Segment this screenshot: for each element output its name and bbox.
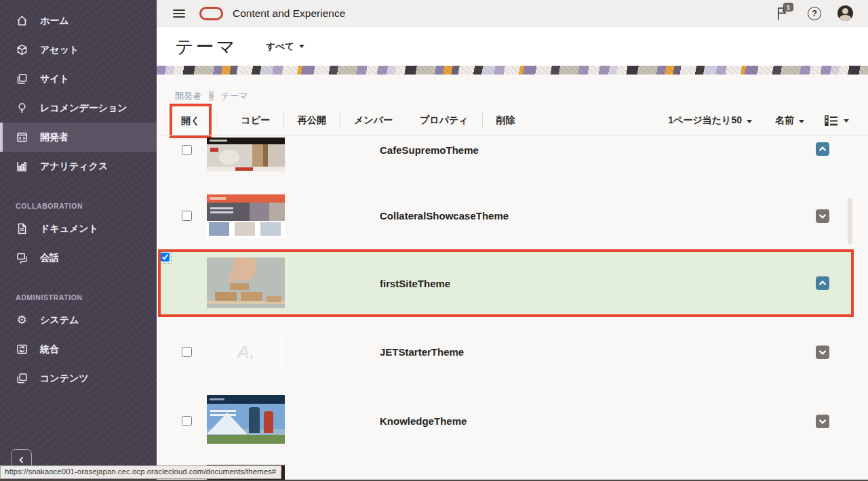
- lightbulb-icon: [15, 102, 28, 115]
- highlight-box-open: 開く: [170, 104, 212, 138]
- gear-icon: ⚙: [15, 314, 28, 327]
- layers-icon: [15, 372, 28, 385]
- theme-thumbnail: [207, 395, 285, 444]
- chevron-down-icon: [799, 120, 804, 123]
- row-checkbox[interactable]: [182, 416, 192, 426]
- app-title: Content and Experience: [233, 7, 345, 20]
- delete-button[interactable]: 削除: [496, 114, 515, 127]
- theme-row-cafesupremo[interactable]: CafeSupremoTheme: [157, 135, 868, 182]
- theme-name: CollateralShowcaseTheme: [380, 210, 509, 222]
- sidebar-item-analytics[interactable]: アナリティクス: [0, 152, 157, 181]
- theme-row-jetstarter[interactable]: A, JETStarterTheme: [157, 317, 868, 386]
- row-checkbox[interactable]: [182, 211, 192, 221]
- chevron-down-button[interactable]: [816, 415, 829, 428]
- filter-dropdown[interactable]: すべて: [266, 41, 304, 53]
- page-title: テーマ: [175, 35, 237, 59]
- section-collaboration: COLLABORATION: [16, 202, 157, 210]
- status-url-tooltip: https://snakaoce001-orasejapan.cec.ocp.o…: [0, 465, 281, 479]
- sidebar-item-label: ホーム: [40, 15, 69, 27]
- row-checkbox[interactable]: [161, 253, 170, 262]
- home-icon: [15, 14, 28, 28]
- sidebar-item-documents[interactable]: ドキュメント: [0, 214, 157, 243]
- theme-thumbnail: [207, 138, 285, 171]
- toolbar-divider: [340, 113, 340, 128]
- sidebar: ホーム アセット サイト レコメンデーション 開発者: [0, 0, 157, 481]
- theme-name: CafeSupremoTheme: [380, 144, 479, 156]
- sidebar-item-label: コンテンツ: [40, 373, 89, 385]
- sidebar-item-integration[interactable]: 統合: [0, 335, 157, 364]
- sidebar-item-recommendations[interactable]: レコメンデーション: [0, 93, 157, 123]
- oracle-logo-icon: [199, 7, 223, 20]
- notification-badge: 1: [783, 3, 793, 12]
- theme-thumbnail: [207, 257, 285, 308]
- sidebar-item-assets[interactable]: アセット: [0, 35, 157, 64]
- sidebar-item-label: システム: [40, 314, 79, 327]
- pages-icon: [15, 72, 28, 86]
- cube-icon: [15, 43, 28, 57]
- row-checkbox[interactable]: [182, 145, 192, 155]
- breadcrumb-link-developer[interactable]: 開発者: [175, 91, 201, 101]
- chevron-down-icon: [747, 120, 752, 123]
- chevron-down-button[interactable]: [816, 209, 829, 223]
- sidebar-item-label: サイト: [40, 73, 69, 85]
- help-icon[interactable]: ?: [808, 7, 821, 20]
- toolbar: 開く コピー 再公開 メンバー プロパティ 削除 1ページ当たり50 名前: [170, 104, 849, 138]
- sidebar-item-conversations[interactable]: 会話: [0, 243, 157, 272]
- code-window-icon: [15, 131, 28, 144]
- sidebar-item-content[interactable]: コンテンツ: [0, 364, 157, 393]
- section-administration: ADMINISTRATION: [16, 293, 157, 301]
- chevron-down-icon: [299, 45, 304, 48]
- theme-thumbnail-placeholder: A,: [207, 330, 285, 374]
- document-icon: [15, 222, 28, 236]
- sidebar-item-system[interactable]: ⚙ システム: [0, 306, 157, 335]
- theme-row-collateralshowcase[interactable]: CollateralShowcaseTheme: [157, 182, 868, 249]
- breadcrumb-separator: >: [209, 91, 214, 101]
- breadcrumb-current: テーマ: [221, 91, 248, 101]
- sidebar-item-label: アナリティクス: [40, 161, 108, 173]
- republish-button[interactable]: 再公開: [298, 114, 326, 127]
- theme-row-knowledge[interactable]: KnowledgeTheme: [157, 386, 868, 455]
- scrollbar-thumb[interactable]: [848, 198, 852, 244]
- page-title-bar: テーマ すべて: [157, 27, 868, 66]
- page-size-dropdown[interactable]: 1ページ当たり50: [668, 114, 752, 127]
- theme-row-firstsite-selected[interactable]: firstSiteTheme: [158, 249, 854, 317]
- sidebar-item-label: 会話: [40, 252, 59, 264]
- chevron-up-button[interactable]: [816, 142, 829, 156]
- open-button[interactable]: 開く: [181, 115, 200, 127]
- chevron-up-button[interactable]: [816, 276, 829, 290]
- theme-name: KnowledgeTheme: [380, 415, 467, 427]
- decorative-banner: [157, 66, 868, 75]
- row-checkbox[interactable]: [182, 347, 192, 357]
- sidebar-item-developer[interactable]: 開発者: [0, 123, 157, 152]
- sidebar-item-label: ドキュメント: [40, 223, 98, 235]
- sidebar-item-label: アセット: [40, 44, 79, 56]
- sort-dropdown[interactable]: 名前: [775, 114, 804, 127]
- properties-button[interactable]: プロパティ: [420, 114, 469, 127]
- content-area: 開発者 > テーマ 開く コピー 再公開 メンバー プロパティ 削除 1ページ当…: [157, 75, 868, 481]
- notifications-flag-icon[interactable]: 1: [775, 5, 791, 22]
- theme-name: firstSiteTheme: [380, 278, 450, 289]
- theme-name: JETStarterTheme: [380, 346, 464, 358]
- sidebar-item-label: 開発者: [40, 131, 68, 144]
- theme-thumbnail: [207, 194, 285, 238]
- sidebar-item-label: 統合: [40, 343, 59, 356]
- breadcrumb: 開発者 > テーマ: [175, 90, 248, 102]
- sidebar-item-sites[interactable]: サイト: [0, 64, 157, 93]
- list-view-icon: [825, 115, 839, 126]
- chevron-down-icon: [844, 119, 849, 123]
- copy-button[interactable]: コピー: [241, 114, 270, 127]
- app-header: Content and Experience 1 ?: [157, 0, 868, 27]
- avatar[interactable]: [837, 5, 853, 21]
- menu-icon[interactable]: [173, 7, 185, 20]
- chevron-down-button[interactable]: [816, 346, 829, 359]
- integration-icon: [15, 343, 28, 356]
- toolbar-divider: [283, 113, 284, 128]
- chat-icon: [15, 251, 28, 265]
- sidebar-item-home[interactable]: ホーム: [0, 6, 157, 35]
- view-toggle-dropdown[interactable]: [825, 115, 849, 126]
- toolbar-divider: [482, 113, 483, 128]
- sidebar-item-label: レコメンデーション: [40, 102, 127, 114]
- bar-chart-icon: [15, 160, 28, 173]
- members-button[interactable]: メンバー: [354, 114, 393, 127]
